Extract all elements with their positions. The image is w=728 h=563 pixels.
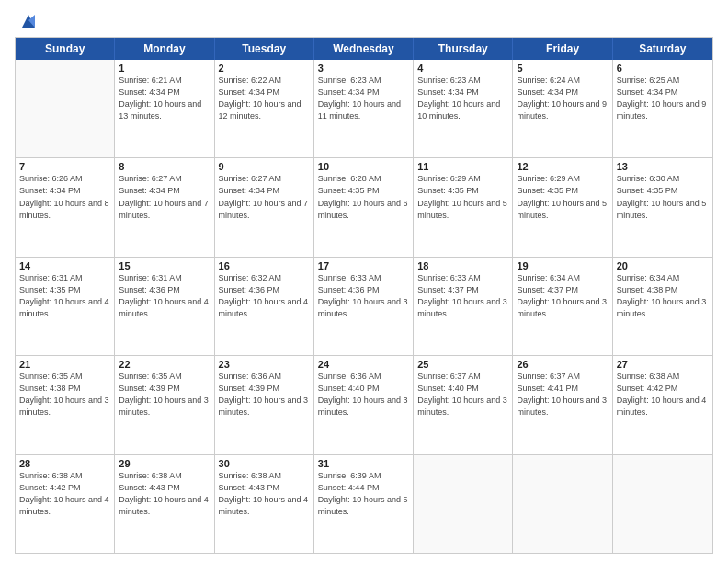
day-number: 3 — [318, 63, 409, 74]
sun-info: Sunrise: 6:27 AMSunset: 4:34 PMDaylight:… — [219, 173, 310, 221]
day-number: 21 — [19, 359, 110, 370]
calendar-cell: 30Sunrise: 6:38 AMSunset: 4:43 PMDayligh… — [215, 455, 314, 553]
day-number: 28 — [19, 458, 110, 469]
sun-info: Sunrise: 6:23 AMSunset: 4:34 PMDaylight:… — [318, 75, 409, 122]
sun-info: Sunrise: 6:23 AMSunset: 4:34 PMDaylight:… — [417, 75, 508, 122]
calendar-cell: 29Sunrise: 6:38 AMSunset: 4:43 PMDayligh… — [115, 455, 214, 553]
day-number: 11 — [417, 161, 508, 172]
day-number: 24 — [318, 359, 409, 370]
calendar-cell: 6Sunrise: 6:25 AMSunset: 4:34 PMDaylight… — [613, 60, 712, 157]
sun-info: Sunrise: 6:39 AMSunset: 4:44 PMDaylight:… — [318, 470, 409, 518]
sun-info: Sunrise: 6:34 AMSunset: 4:37 PMDaylight:… — [517, 272, 608, 320]
logo — [15, 11, 39, 31]
day-number: 22 — [119, 359, 210, 370]
calendar-cell: 3Sunrise: 6:23 AMSunset: 4:34 PMDaylight… — [314, 60, 414, 157]
calendar-cell: 24Sunrise: 6:36 AMSunset: 4:40 PMDayligh… — [314, 356, 414, 454]
calendar-cell: 14Sunrise: 6:31 AMSunset: 4:35 PMDayligh… — [16, 258, 115, 355]
sun-info: Sunrise: 6:34 AMSunset: 4:38 PMDaylight:… — [617, 272, 709, 320]
sun-info: Sunrise: 6:38 AMSunset: 4:43 PMDaylight:… — [119, 470, 210, 518]
calendar-week-row: 28Sunrise: 6:38 AMSunset: 4:42 PMDayligh… — [16, 455, 712, 553]
day-number: 16 — [219, 260, 310, 271]
sun-info: Sunrise: 6:38 AMSunset: 4:42 PMDaylight:… — [617, 371, 709, 419]
sun-info: Sunrise: 6:35 AMSunset: 4:38 PMDaylight:… — [19, 371, 110, 419]
day-number: 26 — [517, 359, 608, 370]
calendar-week-row: 14Sunrise: 6:31 AMSunset: 4:35 PMDayligh… — [16, 258, 712, 356]
sun-info: Sunrise: 6:21 AMSunset: 4:34 PMDaylight:… — [119, 75, 210, 122]
day-number: 17 — [318, 260, 409, 271]
sun-info: Sunrise: 6:38 AMSunset: 4:42 PMDaylight:… — [19, 470, 110, 518]
calendar-cell: 5Sunrise: 6:24 AMSunset: 4:34 PMDaylight… — [513, 60, 612, 157]
calendar-cell: 20Sunrise: 6:34 AMSunset: 4:38 PMDayligh… — [613, 258, 712, 355]
calendar: SundayMondayTuesdayWednesdayThursdayFrid… — [15, 37, 713, 554]
day-of-week-header: Wednesday — [314, 38, 414, 60]
calendar-cell: 7Sunrise: 6:26 AMSunset: 4:34 PMDaylight… — [16, 158, 115, 256]
calendar-cell: 16Sunrise: 6:32 AMSunset: 4:36 PMDayligh… — [215, 258, 314, 355]
sun-info: Sunrise: 6:38 AMSunset: 4:43 PMDaylight:… — [219, 470, 310, 518]
calendar-header-row: SundayMondayTuesdayWednesdayThursdayFrid… — [16, 38, 712, 60]
sun-info: Sunrise: 6:36 AMSunset: 4:39 PMDaylight:… — [219, 371, 310, 419]
day-number: 23 — [219, 359, 310, 370]
day-number: 19 — [517, 260, 608, 271]
calendar-cell: 28Sunrise: 6:38 AMSunset: 4:42 PMDayligh… — [16, 455, 115, 553]
day-number: 1 — [119, 63, 210, 74]
calendar-cell: 27Sunrise: 6:38 AMSunset: 4:42 PMDayligh… — [613, 356, 712, 454]
sun-info: Sunrise: 6:36 AMSunset: 4:40 PMDaylight:… — [318, 371, 409, 419]
day-number: 20 — [617, 260, 709, 271]
sun-info: Sunrise: 6:32 AMSunset: 4:36 PMDaylight:… — [219, 272, 310, 320]
day-number: 10 — [318, 161, 409, 172]
day-number: 13 — [617, 161, 709, 172]
calendar-cell: 22Sunrise: 6:35 AMSunset: 4:39 PMDayligh… — [115, 356, 214, 454]
sun-info: Sunrise: 6:33 AMSunset: 4:36 PMDaylight:… — [318, 272, 409, 320]
day-of-week-header: Monday — [115, 38, 214, 60]
calendar-week-row: 7Sunrise: 6:26 AMSunset: 4:34 PMDaylight… — [16, 158, 712, 257]
calendar-cell: 4Sunrise: 6:23 AMSunset: 4:34 PMDaylight… — [414, 60, 513, 157]
calendar-cell: 2Sunrise: 6:22 AMSunset: 4:34 PMDaylight… — [215, 60, 314, 157]
calendar-cell: 25Sunrise: 6:37 AMSunset: 4:40 PMDayligh… — [414, 356, 513, 454]
sun-info: Sunrise: 6:30 AMSunset: 4:35 PMDaylight:… — [617, 173, 709, 221]
day-number: 7 — [19, 161, 110, 172]
calendar-week-row: 21Sunrise: 6:35 AMSunset: 4:38 PMDayligh… — [16, 356, 712, 454]
sun-info: Sunrise: 6:29 AMSunset: 4:35 PMDaylight:… — [517, 173, 608, 221]
day-of-week-header: Thursday — [414, 38, 513, 60]
day-number: 6 — [617, 63, 709, 74]
sun-info: Sunrise: 6:37 AMSunset: 4:41 PMDaylight:… — [517, 371, 608, 419]
sun-info: Sunrise: 6:31 AMSunset: 4:35 PMDaylight:… — [19, 272, 110, 320]
calendar-cell: 15Sunrise: 6:31 AMSunset: 4:36 PMDayligh… — [115, 258, 214, 355]
day-number: 8 — [119, 161, 210, 172]
day-of-week-header: Tuesday — [215, 38, 314, 60]
sun-info: Sunrise: 6:29 AMSunset: 4:35 PMDaylight:… — [417, 173, 508, 221]
day-number: 14 — [19, 260, 110, 271]
day-number: 2 — [219, 63, 310, 74]
sun-info: Sunrise: 6:37 AMSunset: 4:40 PMDaylight:… — [417, 371, 508, 419]
calendar-cell: 23Sunrise: 6:36 AMSunset: 4:39 PMDayligh… — [215, 356, 314, 454]
calendar-cell: 17Sunrise: 6:33 AMSunset: 4:36 PMDayligh… — [314, 258, 414, 355]
calendar-cell: 12Sunrise: 6:29 AMSunset: 4:35 PMDayligh… — [513, 158, 612, 256]
sun-info: Sunrise: 6:24 AMSunset: 4:34 PMDaylight:… — [517, 75, 608, 122]
day-number: 4 — [417, 63, 508, 74]
day-number: 5 — [517, 63, 608, 74]
sun-info: Sunrise: 6:33 AMSunset: 4:37 PMDaylight:… — [417, 272, 508, 320]
calendar-cell — [414, 455, 513, 553]
calendar-body: 1Sunrise: 6:21 AMSunset: 4:34 PMDaylight… — [16, 60, 712, 553]
header — [15, 11, 713, 31]
calendar-cell: 10Sunrise: 6:28 AMSunset: 4:35 PMDayligh… — [314, 158, 414, 256]
logo-icon — [18, 11, 39, 31]
calendar-cell: 26Sunrise: 6:37 AMSunset: 4:41 PMDayligh… — [513, 356, 612, 454]
day-number: 30 — [219, 458, 310, 469]
sun-info: Sunrise: 6:31 AMSunset: 4:36 PMDaylight:… — [119, 272, 210, 320]
sun-info: Sunrise: 6:26 AMSunset: 4:34 PMDaylight:… — [19, 173, 110, 221]
calendar-cell: 19Sunrise: 6:34 AMSunset: 4:37 PMDayligh… — [513, 258, 612, 355]
calendar-cell — [16, 60, 115, 157]
day-number: 15 — [119, 260, 210, 271]
calendar-week-row: 1Sunrise: 6:21 AMSunset: 4:34 PMDaylight… — [16, 60, 712, 158]
day-number: 29 — [119, 458, 210, 469]
calendar-cell: 1Sunrise: 6:21 AMSunset: 4:34 PMDaylight… — [115, 60, 214, 157]
calendar-cell — [613, 455, 712, 553]
day-of-week-header: Friday — [513, 38, 612, 60]
sun-info: Sunrise: 6:28 AMSunset: 4:35 PMDaylight:… — [318, 173, 409, 221]
day-of-week-header: Sunday — [16, 38, 115, 60]
day-number: 12 — [517, 161, 608, 172]
page: SundayMondayTuesdayWednesdayThursdayFrid… — [0, 0, 728, 563]
day-number: 18 — [417, 260, 508, 271]
calendar-cell: 8Sunrise: 6:27 AMSunset: 4:34 PMDaylight… — [115, 158, 214, 256]
